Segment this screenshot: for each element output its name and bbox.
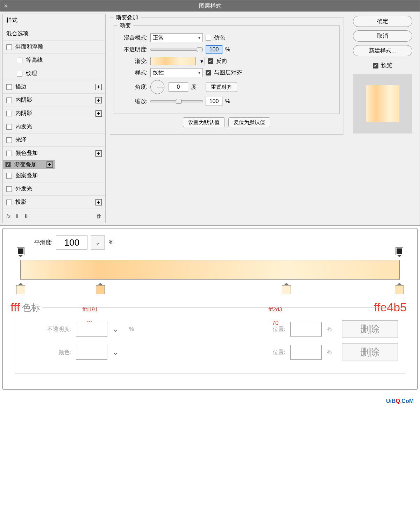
opacity-slider[interactable] <box>150 49 203 51</box>
gradient-editor: 平滑度: ⌄ % fff0d0 ffd19121 fff2d370 ffe4b5… <box>2 228 418 390</box>
style-texture[interactable]: 纹理 <box>3 67 105 80</box>
reverse-checkbox[interactable]: ✔ <box>208 58 213 64</box>
blend-mode-label: 混合模式: <box>118 34 148 42</box>
plus-icon[interactable]: + <box>95 84 102 90</box>
fx-icon[interactable]: fx <box>6 213 10 219</box>
opacity-stop-left[interactable] <box>17 247 24 255</box>
opacity-input[interactable] <box>206 45 222 54</box>
stop-opacity-label: 不透明度: <box>22 326 71 333</box>
scale-label: 缩放: <box>118 98 148 105</box>
smoothness-dropdown[interactable]: ⌄ <box>91 236 105 250</box>
scale-input[interactable] <box>206 97 222 106</box>
opacity-stop-right[interactable] <box>396 247 403 255</box>
scale-slider[interactable] <box>150 100 203 102</box>
gradient-label: 渐变: <box>118 58 148 65</box>
blend-mode-select[interactable]: 正常▾ <box>150 33 203 42</box>
delete-color-stop-button[interactable]: 删除 <box>342 344 398 361</box>
style-pattern-overlay[interactable]: 图案叠加 <box>3 169 105 182</box>
style-outer-glow[interactable]: 外发光 <box>3 182 105 196</box>
align-label: 与图层对齐 <box>214 69 242 77</box>
color-stop-1[interactable] <box>96 285 105 294</box>
opacity-label: 不透明度: <box>118 46 148 53</box>
preview-label: 预览 <box>381 62 392 69</box>
style-color-overlay[interactable]: 颜色叠加+ <box>3 147 105 160</box>
plus-icon[interactable]: + <box>47 161 53 168</box>
dither-checkbox[interactable] <box>206 35 211 41</box>
style-label: 样式: <box>118 69 148 77</box>
reverse-label: 反向 <box>216 58 227 65</box>
plus-icon[interactable]: + <box>95 199 102 205</box>
chevron-down-icon: ▾ <box>198 35 200 40</box>
plus-icon[interactable]: + <box>95 97 102 103</box>
reset-align-button[interactable]: 重置对齐 <box>206 82 237 92</box>
style-inner-shadow-1[interactable]: 内阴影+ <box>3 94 105 107</box>
color-stop-0[interactable] <box>16 285 25 294</box>
preview-box <box>353 74 412 133</box>
style-inner-glow[interactable]: 内发光 <box>3 120 105 133</box>
arrow-up-icon[interactable]: ⬆ <box>15 213 19 219</box>
ok-button[interactable]: 确定 <box>353 16 412 27</box>
dither-label: 仿色 <box>214 34 225 42</box>
gradient-overlay-settings: 渐变叠加 渐变 混合模式: 正常▾ 仿色 不透明度: % <box>108 14 345 223</box>
stop-color-swatch[interactable] <box>76 345 107 360</box>
angle-dial[interactable] <box>150 80 164 94</box>
stop-position-label: 位置: <box>236 326 285 333</box>
blending-options[interactable]: 混合选项 <box>3 27 105 41</box>
layer-style-dialog: × 图层样式 样式 混合选项 斜面和浮雕 等高线 纹理 描边+ 内阴影+ 内阴影… <box>0 0 420 226</box>
stop-position-input[interactable] <box>290 322 322 337</box>
stop-opacity-input[interactable] <box>76 322 107 337</box>
style-gradient-overlay[interactable]: ✔渐变叠加+ <box>3 160 55 169</box>
style-inner-shadow-2[interactable]: 内阴影+ <box>3 107 105 120</box>
stop-position2-input[interactable] <box>290 345 322 360</box>
gradient-dropdown[interactable]: ▾ <box>199 57 205 65</box>
dialog-actions: 确定 取消 新建样式... ✔ 预览 <box>348 14 418 223</box>
smoothness-input[interactable] <box>56 236 87 250</box>
color-stop-3[interactable] <box>395 285 404 294</box>
delete-opacity-stop-button[interactable]: 删除 <box>342 320 398 338</box>
stop-color-label: 颜色: <box>22 349 71 356</box>
styles-panel: 样式 混合选项 斜面和浮雕 等高线 纹理 描边+ 内阴影+ 内阴影+ 内发光 光… <box>2 14 106 223</box>
subsection-title: 渐变 <box>118 22 133 29</box>
reset-default-button[interactable]: 复位为默认值 <box>228 117 270 127</box>
cancel-button[interactable]: 取消 <box>353 30 412 42</box>
style-drop-shadow[interactable]: 投影+ <box>3 196 105 209</box>
smoothness-label: 平滑度: <box>34 239 52 246</box>
styles-header: 样式 <box>3 14 105 27</box>
dialog-title: 图层样式 <box>199 2 221 10</box>
stop-controls: 色标 不透明度: ⌄ % 位置: % 删除 颜色: ⌄ 位置: % 删除 <box>15 308 405 374</box>
style-bevel[interactable]: 斜面和浮雕 <box>3 41 105 54</box>
stop-position2-label: 位置: <box>236 349 285 356</box>
gradient-bar[interactable]: fff0d0 ffd19121 fff2d370 ffe4b5 <box>20 260 400 280</box>
section-title: 渐变叠加 <box>114 14 140 21</box>
preview-checkbox[interactable]: ✔ <box>373 63 378 68</box>
chevron-down-icon: ▾ <box>198 70 200 75</box>
style-stroke[interactable]: 描边+ <box>3 80 105 94</box>
gradient-style-select[interactable]: 线性▾ <box>150 68 203 77</box>
styles-footer: fx ⬆ ⬇ 🗑 <box>3 209 105 223</box>
color-stop-2[interactable] <box>282 285 291 294</box>
style-satin[interactable]: 光泽 <box>3 133 105 147</box>
plus-icon[interactable]: + <box>95 110 102 117</box>
watermark: UiBQ.CoM <box>0 392 420 407</box>
dialog-titlebar[interactable]: × 图层样式 <box>0 0 420 12</box>
controls-legend: 色标 <box>20 302 42 314</box>
angle-input[interactable] <box>169 82 188 92</box>
close-icon[interactable]: × <box>4 2 8 10</box>
angle-label: 角度: <box>118 84 148 91</box>
style-contour[interactable]: 等高线 <box>3 54 105 67</box>
new-style-button[interactable]: 新建样式... <box>353 45 412 56</box>
arrow-down-icon[interactable]: ⬇ <box>23 213 28 219</box>
trash-icon[interactable]: 🗑 <box>96 213 102 219</box>
plus-icon[interactable]: + <box>95 150 102 157</box>
chevron-down-icon[interactable]: ⌄ <box>112 325 124 334</box>
gradient-picker[interactable] <box>150 57 196 65</box>
chevron-down-icon[interactable]: ⌄ <box>112 348 124 357</box>
align-checkbox[interactable]: ✔ <box>206 70 211 75</box>
set-default-button[interactable]: 设置为默认值 <box>183 117 225 127</box>
